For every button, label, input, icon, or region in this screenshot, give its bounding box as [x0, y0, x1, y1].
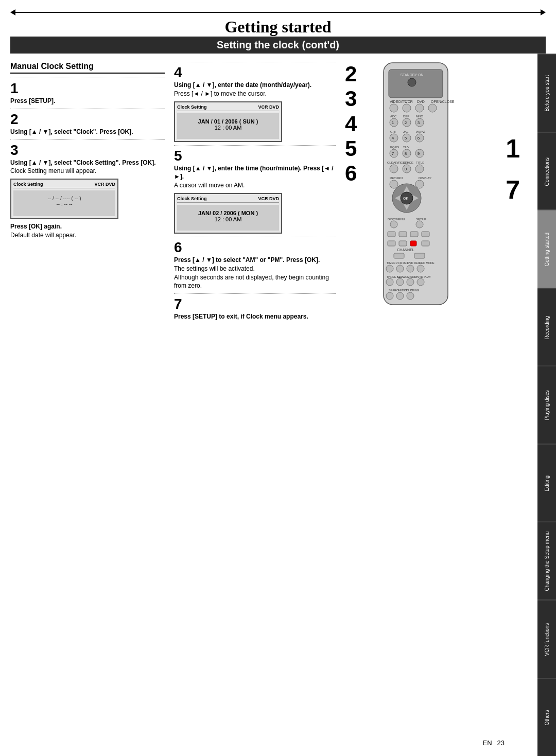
- footer-en: EN: [482, 739, 492, 747]
- svg-point-49: [415, 180, 424, 188]
- step-2-text: Using [▲ / ▼], select "Clock". Press [OK…: [10, 128, 165, 136]
- svg-point-48: [390, 180, 398, 188]
- svg-point-3: [408, 78, 416, 86]
- svg-text:5: 5: [405, 136, 407, 140]
- step-5-instruction-bold: Using [▲ / ▼], enter the time (hour/minu…: [174, 165, 334, 181]
- svg-rect-65: [388, 241, 395, 246]
- svg-point-10: [415, 104, 424, 112]
- svg-text:SETUP: SETUP: [416, 218, 426, 221]
- step-4-text: Using [▲ / ▼], enter the date (month/day…: [174, 81, 336, 98]
- step-5-instruction-normal: A cursor will move on AM.: [174, 182, 245, 189]
- svg-rect-70: [414, 253, 425, 258]
- sidebar-tab-changing-setup[interactable]: Changing the Setup menu: [537, 522, 556, 600]
- step-3-number: 3: [10, 143, 165, 157]
- step-3b-bold: Press [OK] again.: [10, 223, 62, 230]
- svg-text:DUBBING: DUBBING: [406, 289, 419, 292]
- step-2-instruction: Using [▲ / ▼], select "Clock". Press [OK…: [10, 128, 133, 135]
- step-4-block: 4 Using [▲ / ▼], enter the date (month/d…: [174, 62, 336, 142]
- step-numbers-overlay: 2 3 4 5 6: [345, 62, 357, 186]
- screen-1-line2: -- : -- --: [15, 201, 113, 207]
- svg-point-84: [386, 278, 393, 286]
- svg-text:VIDEO/TV: VIDEO/TV: [390, 100, 407, 103]
- svg-rect-62: [399, 232, 407, 237]
- svg-text:MNO: MNO: [416, 115, 423, 118]
- step-4-instruction-bold: Using [▲ / ▼], enter the date (month/day…: [174, 81, 311, 89]
- sidebar-tab-connections[interactable]: Connections: [537, 132, 556, 210]
- svg-rect-68: [422, 241, 429, 246]
- svg-point-45: [415, 165, 424, 173]
- right-sidebar: Before you start Connections Getting sta…: [537, 54, 556, 756]
- screen-mockup-2: Clock Setting VCR DVD JAN / 01 / 2006 ( …: [174, 101, 282, 142]
- svg-text:6: 6: [418, 136, 420, 140]
- device-illustration: STANDBY·ON VIDEO/TV VCR DVD OPEN/CLOSE A…: [368, 62, 463, 310]
- screen-2-line2: 12 : 00 AM: [179, 125, 277, 131]
- step-7-instruction-bold: Press [SETUP] to exit, if Clock menu app…: [174, 313, 308, 320]
- svg-text:3: 3: [418, 120, 420, 125]
- large-num-4: 4: [345, 112, 357, 136]
- svg-rect-67: [410, 241, 416, 246]
- screen-2-header-right: VCR DVD: [258, 104, 279, 110]
- sidebar-tab-vcr-functions[interactable]: VCR functions: [537, 600, 556, 678]
- screen-2-body: JAN / 01 / 2006 ( SUN ) 12 : 00 AM: [177, 113, 279, 139]
- svg-rect-71: [394, 253, 404, 258]
- step-1-block: 1 Press [SETUP].: [10, 78, 165, 106]
- large-num-7: 7: [506, 175, 520, 205]
- manual-clock-heading: Manual Clock Setting: [10, 62, 165, 74]
- svg-point-9: [403, 104, 411, 112]
- mid-column: 4 Using [▲ / ▼], enter the date (month/d…: [170, 62, 340, 324]
- step-6-instruction-bold: Press [▲ / ▼] to select "AM" or "PM". Pr…: [174, 256, 320, 263]
- step-1-instruction: Press [SETUP].: [10, 97, 55, 104]
- step-2-number: 2: [10, 112, 165, 127]
- step-6-instruction-normal1: The settings will be activated.: [174, 265, 255, 272]
- page-title: Getting started: [0, 17, 556, 37]
- sidebar-tab-playing-discs[interactable]: Playing discs: [537, 366, 556, 444]
- screen-3-line1: JAN/ 02 / 2006 ( MON ): [179, 210, 277, 216]
- svg-text:TITLE: TITLE: [416, 161, 424, 164]
- screen-2-header-left: Clock Setting: [177, 104, 207, 110]
- svg-point-11: [428, 104, 437, 112]
- sidebar-tab-others[interactable]: Others: [537, 678, 556, 757]
- step-4-instruction-normal: Press [◄ / ►] to move the cursor.: [174, 90, 267, 97]
- sidebar-tab-editing[interactable]: Editing: [537, 444, 556, 522]
- large-num-1: 1: [506, 134, 520, 164]
- svg-point-92: [396, 292, 404, 300]
- svg-point-77: [396, 265, 404, 272]
- page-footer: EN 23: [0, 739, 535, 747]
- step-3b-text: Press [OK] again. Default date will appe…: [10, 222, 165, 240]
- svg-point-8: [390, 104, 398, 112]
- screen-2-line1: JAN / 01 / 2006 ( SUN ): [179, 118, 277, 125]
- sidebar-tab-before-you-start[interactable]: Before you start: [537, 54, 556, 132]
- screen-2-header: Clock Setting VCR DVD: [177, 104, 279, 111]
- step-7-block: 7 Press [SETUP] to exit, if Clock menu a…: [174, 293, 336, 321]
- sidebar-tab-recording[interactable]: Recording: [537, 288, 556, 366]
- footer-page-number: 23: [497, 739, 505, 747]
- sidebar-tab-getting-started[interactable]: Getting started: [537, 210, 556, 288]
- screen-mockup-1: Clock Setting VCR DVD -- / -- / ---- ( -…: [10, 179, 118, 219]
- large-num-5: 5: [345, 136, 357, 161]
- step-5-text: Using [▲ / ▼], enter the time (hour/minu…: [174, 164, 336, 190]
- svg-rect-61: [388, 232, 395, 237]
- step-3b-normal: Default date will appear.: [10, 232, 76, 239]
- screen-1-header-left: Clock Setting: [13, 182, 43, 187]
- svg-rect-64: [422, 232, 429, 237]
- svg-text:RETURN: RETURN: [390, 177, 403, 180]
- screen-3-header-left: Clock Setting: [177, 196, 207, 201]
- svg-text:OPEN/CLOSE: OPEN/CLOSE: [431, 100, 455, 103]
- large-num-3: 3: [345, 86, 357, 111]
- step-2-block: 2 Using [▲ / ▼], select "Clock". Press […: [10, 109, 165, 136]
- svg-point-86: [407, 278, 414, 286]
- svg-point-60: [416, 221, 423, 228]
- step-1-text: Press [SETUP].: [10, 97, 165, 106]
- svg-text:2: 2: [405, 120, 407, 125]
- svg-text:CHANNEL: CHANNEL: [397, 248, 414, 252]
- screen-mockup-3: Clock Setting VCR DVD JAN/ 02 / 2006 ( M…: [174, 193, 282, 234]
- screen-3-header-right: VCR DVD: [258, 196, 279, 201]
- step-3-text: Using [▲ / ▼], select "Clock Setting". P…: [10, 159, 165, 176]
- left-column: Manual Clock Setting 1 Press [SETUP]. 2 …: [10, 62, 170, 324]
- svg-rect-66: [399, 241, 407, 246]
- screen-1-line1: -- / -- / ---- ( -- ): [15, 196, 113, 201]
- step-4-number: 4: [174, 65, 336, 80]
- svg-text:PQRS: PQRS: [390, 146, 399, 149]
- step-6-number: 6: [174, 240, 336, 255]
- svg-point-87: [417, 278, 424, 286]
